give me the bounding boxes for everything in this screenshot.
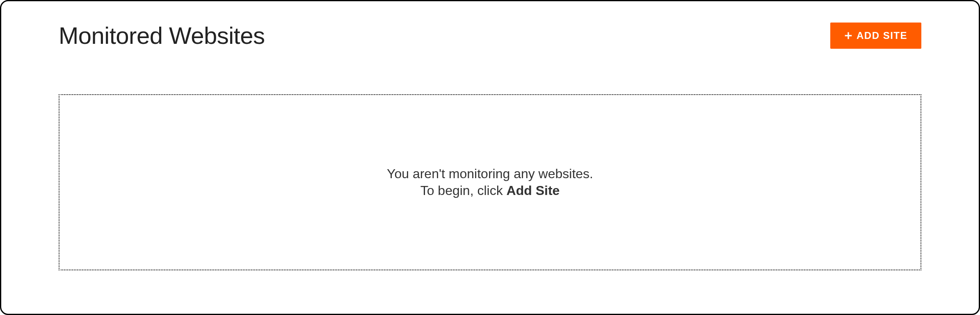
add-site-button[interactable]: ADD SITE	[830, 23, 921, 49]
monitored-websites-card: Monitored Websites ADD SITE You aren't m…	[0, 0, 980, 315]
empty-state-line1: You aren't monitoring any websites.	[387, 166, 593, 181]
add-site-button-label: ADD SITE	[857, 30, 907, 41]
empty-state-line2-prefix: To begin, click	[420, 183, 507, 198]
empty-state-line2-bold: Add Site	[507, 183, 560, 198]
page-title: Monitored Websites	[59, 22, 265, 49]
header-row: Monitored Websites ADD SITE	[59, 22, 921, 49]
plus-icon	[844, 32, 852, 40]
empty-state-box: You aren't monitoring any websites. To b…	[59, 94, 921, 270]
empty-state-line2: To begin, click Add Site	[420, 183, 560, 198]
